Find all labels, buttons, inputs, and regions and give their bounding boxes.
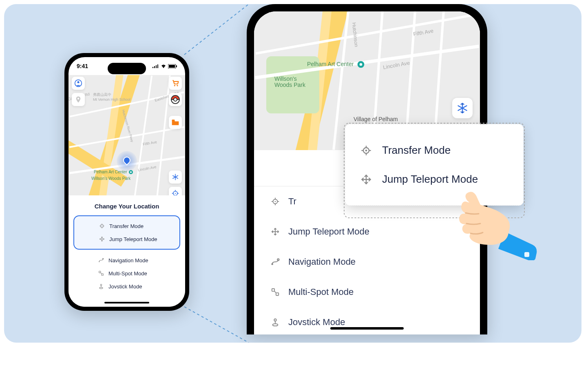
pokemon-button[interactable] xyxy=(169,93,182,106)
arrows-icon xyxy=(360,173,372,186)
svg-point-15 xyxy=(177,85,178,86)
svg-point-14 xyxy=(174,85,175,86)
pokeball-icon xyxy=(171,95,180,104)
home-indicator xyxy=(330,327,404,330)
freeze-button[interactable] xyxy=(169,170,182,184)
user-circle-icon xyxy=(74,79,82,87)
mode-item-navigation[interactable]: Navigation Mode xyxy=(73,254,180,267)
folder-button[interactable] xyxy=(169,116,182,129)
app-preview-canvas: 9:41 P xyxy=(4,4,581,343)
svg-rect-36 xyxy=(99,271,101,273)
popup-label: Transfer Mode xyxy=(382,144,451,157)
svg-point-60 xyxy=(274,319,276,321)
cart-icon xyxy=(171,79,179,87)
mode-label: Jovstick Mode xyxy=(108,283,142,290)
svg-point-62 xyxy=(273,324,278,326)
mode-label: Tr xyxy=(288,196,305,207)
mode-item-transfer[interactable]: Transfer Mode xyxy=(74,219,179,232)
arrows-icon xyxy=(270,227,280,237)
mode-list-large: Tr Jump Teleport Mode Navigation Mode Mu… xyxy=(254,186,480,334)
svg-line-59 xyxy=(274,291,276,293)
poi-label: Pelham Art Center xyxy=(307,60,365,69)
svg-point-10 xyxy=(130,171,132,173)
svg-rect-37 xyxy=(102,274,103,275)
status-icons xyxy=(153,64,177,69)
hand-cursor-icon xyxy=(456,191,537,260)
svg-point-43 xyxy=(360,63,363,66)
school-label: 弗農山高中Mt Vernon High School xyxy=(93,92,130,102)
popup-item-jump[interactable]: Jump Teleport Mode xyxy=(356,165,513,194)
battery-icon xyxy=(168,64,177,69)
svg-rect-5 xyxy=(157,64,158,68)
svg-rect-4 xyxy=(156,65,157,68)
svg-point-34 xyxy=(99,261,99,262)
svg-point-55 xyxy=(271,263,273,265)
route-icon xyxy=(98,257,104,264)
folder-icon xyxy=(171,119,179,126)
svg-point-39 xyxy=(100,284,102,286)
svg-point-41 xyxy=(99,287,103,289)
phone-mockup-small: 9:41 P xyxy=(64,53,189,311)
multispot-icon xyxy=(98,270,104,277)
svg-point-48 xyxy=(275,201,276,202)
selected-modes-box: Transfer Mode Jump Teleport Mode xyxy=(73,215,180,250)
svg-line-38 xyxy=(101,273,102,274)
svg-line-1 xyxy=(184,307,249,343)
svg-line-0 xyxy=(184,4,249,55)
target-icon xyxy=(270,197,280,206)
mode-label: Jump Teleport Mode xyxy=(109,236,157,242)
svg-rect-58 xyxy=(276,293,279,295)
svg-rect-3 xyxy=(154,66,155,68)
home-indicator xyxy=(104,302,149,303)
mode-label: Navigation Mode xyxy=(108,257,148,264)
panel-title: Change Your Location xyxy=(73,203,180,210)
cart-button[interactable] xyxy=(169,77,182,90)
svg-point-64 xyxy=(365,149,367,151)
target-icon xyxy=(99,223,105,229)
location-button[interactable] xyxy=(72,93,85,106)
svg-point-25 xyxy=(175,193,176,194)
mode-label: Multi-Spot Mode xyxy=(288,287,354,297)
svg-point-12 xyxy=(77,81,80,83)
mode-label: Jump Teleport Mode xyxy=(288,226,369,237)
freeze-button[interactable] xyxy=(452,98,473,118)
mode-item-navigation[interactable]: Navigation Mode xyxy=(254,247,480,277)
park-pin-icon xyxy=(357,60,365,69)
svg-point-27 xyxy=(102,226,102,226)
svg-point-13 xyxy=(77,98,80,100)
poi-label: Willson's Woods Park xyxy=(274,76,311,89)
mode-item-multispot[interactable]: Multi-Spot Mode xyxy=(254,277,480,307)
mode-item-jump[interactable]: Jump Teleport Mode xyxy=(254,217,480,247)
joystick-icon xyxy=(98,283,104,290)
svg-rect-7 xyxy=(169,65,175,68)
multispot-icon xyxy=(270,287,280,297)
svg-rect-57 xyxy=(272,289,274,291)
snowflake-icon xyxy=(172,173,179,181)
town-label: Village of Pelham xyxy=(354,116,398,122)
svg-rect-8 xyxy=(176,65,177,67)
snowflake-icon xyxy=(457,102,468,114)
popup-label: Jump Teleport Mode xyxy=(382,173,478,186)
cellular-icon xyxy=(153,64,159,68)
pin-icon xyxy=(75,96,82,103)
svg-rect-72 xyxy=(524,252,529,257)
svg-rect-16 xyxy=(172,120,175,121)
mode-item-jump[interactable]: Jump Teleport Mode xyxy=(74,232,179,246)
arrows-icon xyxy=(99,236,105,242)
notch xyxy=(108,63,146,74)
mode-item-multispot[interactable]: Multi-Spot Mode xyxy=(73,267,180,280)
mode-label: Transfer Mode xyxy=(109,223,144,229)
popup-item-transfer[interactable]: Transfer Mode xyxy=(356,136,513,165)
wifi-icon xyxy=(161,64,166,68)
joystick-icon xyxy=(270,317,280,327)
mode-item-joystick[interactable]: Jovstick Mode xyxy=(73,280,180,293)
status-time: 9:41 xyxy=(77,63,88,69)
svg-rect-2 xyxy=(153,67,153,68)
mode-label: Multi-Spot Mode xyxy=(108,270,147,277)
map-small[interactable]: Pelham Art Center Willson's Woods Park V… xyxy=(69,75,185,205)
route-icon xyxy=(270,257,280,267)
profile-button[interactable] xyxy=(72,77,85,90)
mode-panel-small: Change Your Location Transfer Mode Jump … xyxy=(69,195,185,307)
target-icon xyxy=(360,144,372,157)
mode-item-joystick[interactable]: Jovstick Mode xyxy=(254,307,480,334)
